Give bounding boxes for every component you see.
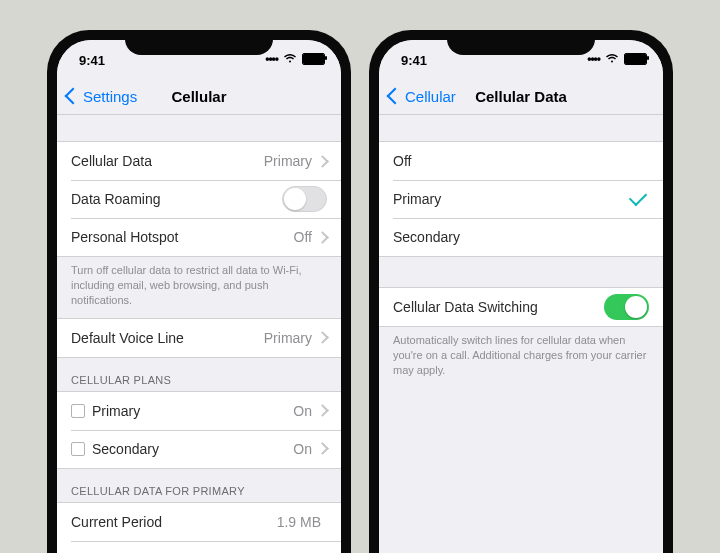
data-switching-footer: Automatically switch lines for cellular … xyxy=(379,327,663,388)
cellular-data-footer: Turn off cellular data to restrict all d… xyxy=(57,257,341,318)
data-switching-toggle[interactable] xyxy=(604,294,649,320)
wifi-icon xyxy=(605,52,619,67)
chevron-right-icon xyxy=(316,331,329,344)
row-cellular-data[interactable]: Cellular Data Primary xyxy=(57,142,341,180)
row-data-switching[interactable]: Cellular Data Switching xyxy=(379,288,663,326)
notch xyxy=(125,30,273,55)
row-default-voice-line[interactable]: Default Voice Line Primary xyxy=(57,319,341,357)
signal-icon: •••• xyxy=(587,52,600,66)
personal-hotspot-label: Personal Hotspot xyxy=(71,229,178,245)
plan-primary-value: On xyxy=(293,403,312,419)
page-title: Cellular Data xyxy=(379,88,663,105)
option-off-label: Off xyxy=(393,153,411,169)
default-voice-value: Primary xyxy=(264,330,312,346)
row-option-secondary[interactable]: Secondary xyxy=(379,218,663,256)
phone-right: 9:41 •••• Cellular Cellular Data xyxy=(369,30,673,553)
data-roaming-label: Data Roaming xyxy=(71,191,161,207)
battery-icon xyxy=(624,53,647,65)
group-usage: Current Period 1.9 MB Current Period Roa… xyxy=(57,502,341,553)
row-plan-primary[interactable]: Primary On xyxy=(57,392,341,430)
row-personal-hotspot[interactable]: Personal Hotspot Off xyxy=(57,218,341,256)
battery-icon xyxy=(302,53,325,65)
plan-secondary-value: On xyxy=(293,441,312,457)
chevron-right-icon xyxy=(316,231,329,244)
row-option-primary[interactable]: Primary xyxy=(379,180,663,218)
status-indicators: •••• xyxy=(587,52,647,67)
row-current-period: Current Period 1.9 MB xyxy=(57,503,341,541)
nav-bar: Settings Cellular xyxy=(57,78,341,115)
option-primary-label: Primary xyxy=(393,191,441,207)
chevron-right-icon xyxy=(316,155,329,168)
plan-box-icon xyxy=(71,442,85,456)
signal-icon: •••• xyxy=(265,52,278,66)
group-plans: Primary On Secondary On xyxy=(57,391,341,469)
default-voice-label: Default Voice Line xyxy=(71,330,184,346)
row-data-roaming[interactable]: Data Roaming xyxy=(57,180,341,218)
data-switching-label: Cellular Data Switching xyxy=(393,299,538,315)
page-title: Cellular xyxy=(57,88,341,105)
notch xyxy=(447,30,595,55)
group-switching: Cellular Data Switching xyxy=(379,287,663,327)
phone-left: 9:41 •••• Settings Cellular Cell xyxy=(47,30,351,553)
group-cellular-main: Cellular Data Primary Data Roaming Perso… xyxy=(57,141,341,257)
current-period-label: Current Period xyxy=(71,514,162,530)
group-default-voice: Default Voice Line Primary xyxy=(57,318,341,358)
plan-secondary-label: Secondary xyxy=(92,441,159,457)
option-secondary-label: Secondary xyxy=(393,229,460,245)
checkmark-icon xyxy=(629,188,647,206)
cellular-data-label: Cellular Data xyxy=(71,153,152,169)
chevron-right-icon xyxy=(316,442,329,455)
row-option-off[interactable]: Off xyxy=(379,142,663,180)
group-line-options: Off Primary Secondary xyxy=(379,141,663,257)
section-plans-header: CELLULAR PLANS xyxy=(57,358,341,391)
row-plan-secondary[interactable]: Secondary On xyxy=(57,430,341,468)
row-current-period-roaming: Current Period Roaming 0 bytes xyxy=(57,541,341,553)
wifi-icon xyxy=(283,52,297,67)
cellular-data-value: Primary xyxy=(264,153,312,169)
nav-bar: Cellular Cellular Data xyxy=(379,78,663,115)
section-usage-header: CELLULAR DATA FOR PRIMARY xyxy=(57,469,341,502)
plan-box-icon xyxy=(71,404,85,418)
personal-hotspot-value: Off xyxy=(294,229,312,245)
data-roaming-toggle[interactable] xyxy=(282,186,327,212)
current-period-value: 1.9 MB xyxy=(277,514,321,530)
plan-primary-label: Primary xyxy=(92,403,140,419)
status-indicators: •••• xyxy=(265,52,325,67)
chevron-right-icon xyxy=(316,404,329,417)
